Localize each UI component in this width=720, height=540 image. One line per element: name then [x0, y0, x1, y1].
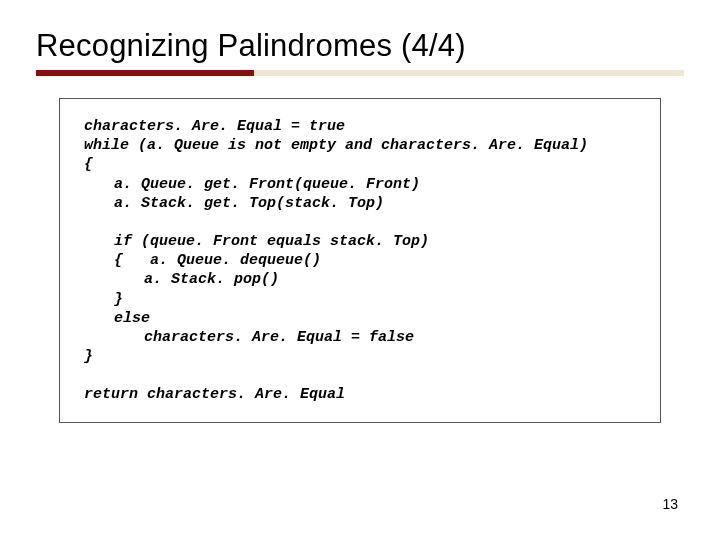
code-line: a. Queue. get. Front(queue. Front) — [84, 175, 640, 194]
code-line: characters. Are. Equal = false — [84, 328, 640, 347]
underline-accent — [36, 70, 254, 76]
code-line: while (a. Queue is not empty and charact… — [84, 136, 640, 155]
code-line: { a. Queue. dequeue() — [84, 251, 640, 270]
code-box: characters. Are. Equal = true while (a. … — [59, 98, 661, 423]
blank-line — [84, 366, 640, 385]
title-underline — [36, 70, 684, 76]
page-number: 13 — [662, 496, 678, 512]
slide: Recognizing Palindromes (4/4) characters… — [0, 0, 720, 540]
code-line: return characters. Are. Equal — [84, 385, 640, 404]
code-line: } — [84, 347, 640, 366]
slide-title: Recognizing Palindromes (4/4) — [36, 28, 684, 64]
code-line: } — [84, 290, 640, 309]
code-line: a. Stack. pop() — [84, 270, 640, 289]
underline-light — [254, 70, 684, 76]
code-line: else — [84, 309, 640, 328]
code-line: a. Stack. get. Top(stack. Top) — [84, 194, 640, 213]
code-line: if (queue. Front equals stack. Top) — [84, 232, 640, 251]
blank-line — [84, 213, 640, 232]
code-line: { — [84, 155, 640, 174]
code-line: characters. Are. Equal = true — [84, 117, 640, 136]
